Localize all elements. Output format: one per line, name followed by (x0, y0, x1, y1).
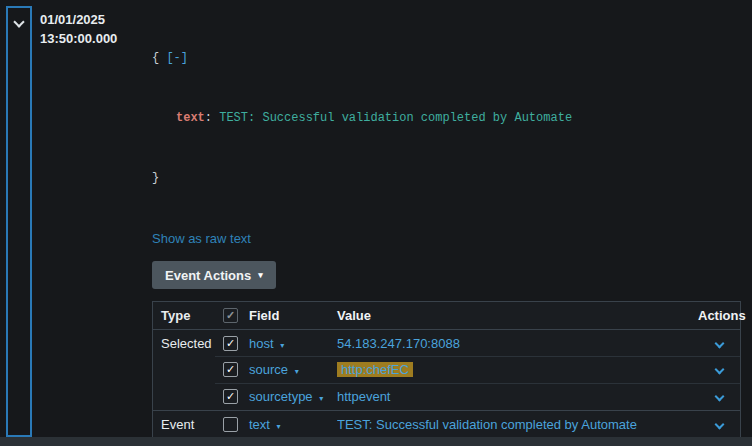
table-row-text: Event text ▾ TEST: Successful validation… (153, 410, 740, 437)
json-open-brace: { (152, 51, 166, 65)
check-icon: ✓ (226, 364, 235, 375)
header-value: Value (337, 308, 698, 323)
check-icon: ✓ (226, 338, 235, 349)
field-value[interactable]: 54.183.247.170:8088 (337, 336, 698, 351)
json-line-close: } (152, 168, 741, 188)
table-row-host: Selected ✓ host ▾ 54.183.247.170:8088 (153, 329, 740, 356)
event-time: 13:50:00.000 (40, 29, 117, 48)
caret-down-icon: ▾ (295, 367, 299, 376)
event-date: 01/01/2025 (40, 10, 117, 29)
caret-down-icon: ▾ (319, 394, 323, 403)
json-key: text (176, 111, 205, 125)
field-value[interactable]: http:chefEC (337, 362, 698, 377)
chevron-down-icon (714, 338, 724, 348)
field-actions[interactable] (698, 366, 740, 373)
field-select-checkbox[interactable]: ✓ (223, 336, 238, 351)
field-type-label: Selected (161, 336, 223, 351)
event-fields-table: Type ✓ Field Value Actions Selected ✓ ho… (152, 301, 741, 446)
next-event-row-divider (0, 437, 752, 446)
chevron-down-icon (714, 365, 724, 375)
fields-table-body: Selected ✓ host ▾ 54.183.247.170:8088 ✓ … (153, 329, 740, 446)
chevron-down-icon (13, 16, 24, 27)
json-value: TEST: Successful validation completed by… (219, 111, 572, 125)
table-row-sourcetype: ✓ sourcetype ▾ httpevent (153, 383, 740, 410)
fields-table-header-row: Type ✓ Field Value Actions (153, 302, 740, 329)
table-row-source: ✓ source ▾ http:chefEC (153, 356, 740, 383)
caret-down-icon: ▾ (280, 341, 284, 350)
show-as-raw-text-link[interactable]: Show as raw text (152, 230, 251, 248)
field-select-checkbox[interactable]: ✓ (223, 362, 238, 377)
header-field: Field (249, 308, 337, 323)
field-name-dropdown[interactable]: sourcetype ▾ (249, 389, 337, 404)
field-select-checkbox[interactable]: ✓ (223, 389, 238, 404)
field-value[interactable]: TEST: Successful validation completed by… (337, 417, 698, 432)
select-all-checkbox[interactable]: ✓ (223, 308, 238, 323)
event-actions-label: Event Actions (165, 268, 251, 283)
field-value[interactable]: httpevent (337, 389, 698, 404)
check-icon: ✓ (226, 310, 235, 321)
json-close-brace: } (152, 171, 159, 185)
field-name-dropdown[interactable]: text ▾ (249, 417, 337, 432)
field-select-checkbox[interactable] (223, 417, 238, 432)
event-actions-button[interactable]: Event Actions ▾ (152, 261, 276, 289)
event-json: { [-] text: TEST: Successful validation … (152, 8, 741, 228)
field-name-dropdown[interactable]: host ▾ (249, 336, 337, 351)
chevron-down-icon (714, 392, 724, 402)
event-detail-panel: { [-] text: TEST: Successful validation … (152, 8, 741, 446)
header-type: Type (161, 308, 223, 323)
caret-down-icon: ▾ (277, 422, 281, 431)
caret-down-icon: ▾ (258, 270, 263, 280)
field-actions[interactable] (698, 340, 740, 347)
field-name-dropdown[interactable]: source ▾ (249, 362, 337, 377)
json-colon: : (205, 111, 219, 125)
json-collapse-link[interactable]: [-] (166, 51, 188, 65)
field-actions[interactable] (698, 393, 740, 400)
field-type-label: Event (161, 417, 223, 432)
field-actions[interactable] (698, 421, 740, 428)
selected-event-expander[interactable] (6, 6, 32, 437)
check-icon: ✓ (226, 391, 235, 402)
chevron-down-icon (714, 419, 724, 429)
event-timestamp: 01/01/2025 13:50:00.000 (40, 10, 117, 48)
header-actions: Actions (698, 308, 740, 323)
json-line-open: { [-] (152, 48, 741, 68)
json-line-field: text: TEST: Successful validation comple… (152, 108, 741, 128)
